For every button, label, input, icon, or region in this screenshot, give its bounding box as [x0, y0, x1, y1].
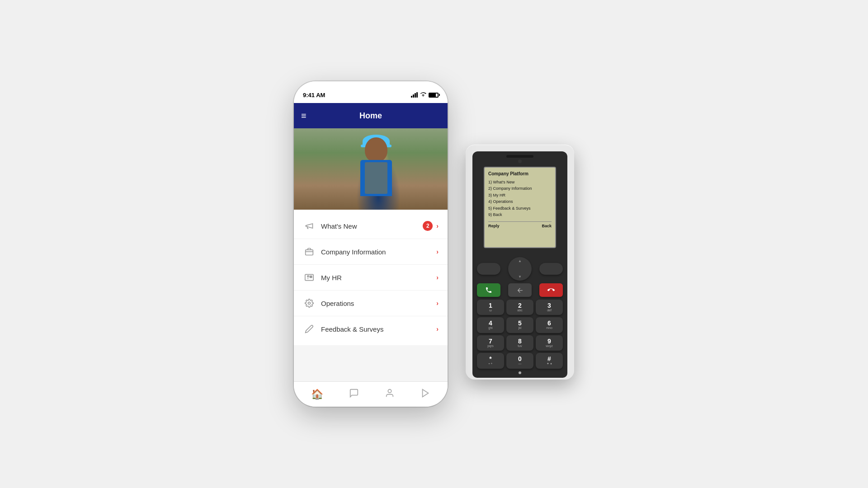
key-9[interactable]: 9 wxyz — [536, 335, 563, 351]
key-7[interactable]: 7 pqrs — [477, 335, 504, 351]
menu-item-whats-new[interactable]: What's New 2 › — [294, 213, 448, 239]
key-0[interactable]: 0 — — [506, 353, 533, 368]
sms-line-6: 9) Back — [488, 211, 552, 218]
soft-key-right[interactable] — [539, 263, 563, 275]
nav-profile[interactable] — [379, 386, 400, 403]
sms-line-2: 2) Company Information — [488, 185, 552, 192]
key-1[interactable]: 1 ω — [477, 300, 504, 315]
soft-key-left[interactable] — [477, 263, 500, 275]
nav-chat[interactable] — [344, 386, 364, 403]
briefcase-icon — [303, 245, 316, 258]
whats-new-badge: 2 — [423, 221, 433, 231]
sms-title: Company Platform — [488, 171, 552, 176]
worker-figure — [349, 133, 403, 210]
company-information-label: Company Information — [321, 248, 436, 256]
key-4[interactable]: 4 ghi — [477, 317, 504, 333]
nav-home[interactable]: 🏠 — [306, 387, 329, 402]
gray-footer — [294, 345, 448, 381]
my-hr-label: My HR — [321, 274, 436, 282]
svg-point-8 — [388, 389, 391, 392]
key-5[interactable]: 5 jkl — [506, 317, 533, 333]
chat-nav-icon — [349, 388, 359, 401]
profile-nav-icon — [385, 388, 395, 401]
phone-notch — [344, 81, 398, 91]
feature-phone: Company Platform 1) What's New 2) Compan… — [466, 145, 574, 380]
app-title: Home — [359, 111, 382, 121]
back-key[interactable] — [508, 283, 532, 297]
number-grid: 1 ω 2 abc 3 def 4 ghi 5 jkl — [477, 300, 563, 369]
hero-image — [294, 128, 448, 210]
sms-line-1: 1) What's New — [488, 179, 552, 185]
keypad: 1 ω 2 abc 3 def 4 ghi 5 jkl — [472, 253, 567, 378]
key-6[interactable]: 6 mno — [536, 317, 563, 333]
sms-screen: Company Platform 1) What's New 2) Compan… — [484, 167, 556, 248]
chevron-right-icon-5: › — [436, 325, 439, 333]
end-call-button[interactable] — [539, 283, 563, 297]
key-hash[interactable]: # ✦ ♦ — [536, 353, 563, 368]
key-star[interactable]: * ▪ + — [477, 353, 504, 368]
phone-dot — [519, 371, 521, 374]
call-button[interactable] — [477, 283, 500, 297]
whats-new-label: What's New — [321, 222, 423, 230]
signal-icon — [411, 92, 418, 98]
smartphone: 9:41 AM ≡ Home — [294, 81, 448, 407]
speaker-icon — [506, 155, 533, 158]
phone-time: 9:41 AM — [303, 92, 325, 99]
menu-item-feedback-surveys[interactable]: Feedback & Surveys › — [294, 316, 448, 342]
bottom-nav: 🏠 — [294, 381, 448, 407]
wifi-icon — [420, 92, 426, 98]
battery-icon — [429, 93, 439, 98]
sms-line-3: 3) My HR — [488, 192, 552, 198]
chevron-right-icon-2: › — [436, 248, 439, 255]
chevron-right-icon-1: › — [436, 222, 439, 230]
sms-line-5: 5) Feedback & Surveys — [488, 205, 552, 211]
worker-apron — [365, 162, 387, 194]
svg-rect-5 — [310, 276, 312, 277]
menu-item-operations[interactable]: Operations › — [294, 291, 448, 316]
call-keys-row — [477, 283, 563, 297]
svg-rect-0 — [306, 250, 313, 255]
menu-item-my-hr[interactable]: My HR › — [294, 265, 448, 291]
svg-rect-6 — [310, 277, 312, 277]
phone-top-area: Company Platform 1) What's New 2) Compan… — [472, 151, 567, 253]
chevron-right-icon-4: › — [436, 300, 439, 307]
key-8[interactable]: 8 tuv — [506, 335, 533, 351]
app-header: ≡ Home — [294, 103, 448, 128]
hamburger-icon[interactable]: ≡ — [301, 111, 307, 121]
svg-point-4 — [307, 276, 309, 277]
id-card-icon — [303, 271, 316, 284]
svg-point-7 — [308, 302, 311, 305]
worker-head — [365, 137, 387, 162]
menu-list: What's New 2 › Company Information › — [294, 210, 448, 345]
home-nav-icon: 🏠 — [311, 389, 323, 400]
nav-play[interactable] — [415, 386, 436, 403]
menu-item-company-information[interactable]: Company Information › — [294, 239, 448, 265]
pencil-icon — [303, 323, 316, 335]
operations-label: Operations — [321, 300, 436, 307]
megaphone-icon — [303, 220, 316, 232]
sms-line-4: 4) Operations — [488, 198, 552, 205]
sms-actions: Reply Back — [488, 221, 552, 228]
soft-keys-row — [477, 257, 563, 281]
status-icons — [411, 92, 439, 98]
key-3[interactable]: 3 def — [536, 300, 563, 315]
d-pad[interactable] — [508, 257, 532, 281]
key-2[interactable]: 2 abc — [506, 300, 533, 315]
chevron-right-icon-3: › — [436, 274, 439, 281]
play-nav-icon — [420, 388, 430, 401]
camera-icon — [518, 160, 522, 163]
gear-icon — [303, 297, 316, 310]
sms-back[interactable]: Back — [542, 224, 552, 228]
sms-reply[interactable]: Reply — [488, 224, 500, 228]
feedback-surveys-label: Feedback & Surveys — [321, 325, 436, 333]
scene: 9:41 AM ≡ Home — [294, 81, 574, 407]
svg-marker-9 — [422, 389, 428, 397]
